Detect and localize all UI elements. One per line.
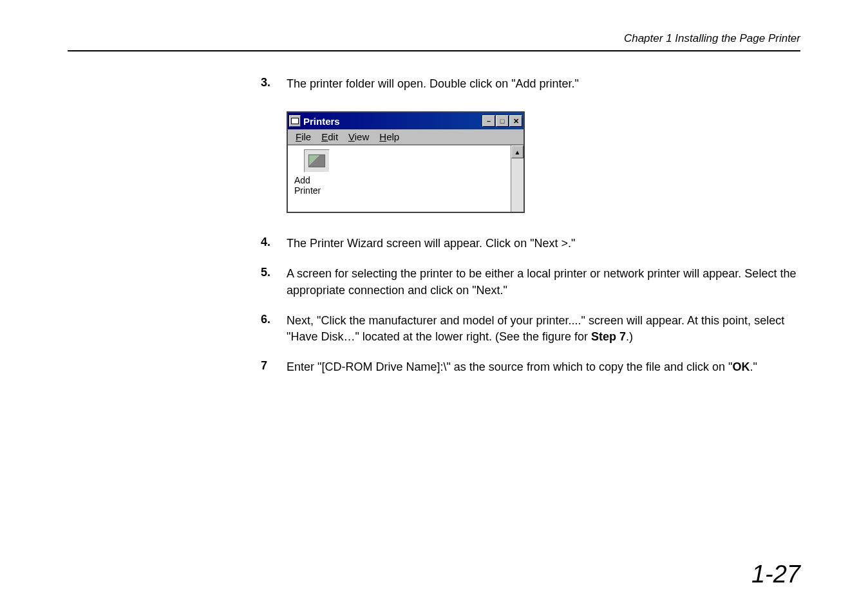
step-number: 4. xyxy=(261,236,287,249)
menu-view[interactable]: View xyxy=(343,130,374,144)
menu-file[interactable]: File xyxy=(290,130,316,144)
step-text: The Printer Wizard screen will appear. C… xyxy=(287,236,575,252)
add-printer-label: Add Printer xyxy=(294,175,339,196)
step-text: Next, "Click the manufacturer and model … xyxy=(287,313,800,345)
printers-window-figure: Printers – □ ✕ File Edit View Help xyxy=(287,111,800,213)
step-text: Enter "[CD-ROM Drive Name]:\" as the sou… xyxy=(287,359,757,375)
step-7: 7 Enter "[CD-ROM Drive Name]:\" as the s… xyxy=(261,359,800,375)
printer-icon xyxy=(304,149,330,172)
step-text: The printer folder will open. Double cli… xyxy=(287,76,579,92)
maximize-button[interactable]: □ xyxy=(496,115,509,127)
step-number: 6. xyxy=(261,313,287,326)
step-text: A screen for selecting the printer to be… xyxy=(287,266,800,298)
scrollbar[interactable]: ▲ xyxy=(511,145,524,212)
menubar: File Edit View Help xyxy=(288,129,524,145)
printers-folder-icon xyxy=(289,115,301,127)
step-number: 7 xyxy=(261,359,287,373)
scroll-track[interactable] xyxy=(511,158,524,212)
minimize-button[interactable]: – xyxy=(482,115,495,127)
step-6: 6. Next, "Click the manufacturer and mod… xyxy=(261,313,800,345)
header-divider xyxy=(68,50,800,51)
step-5: 5. A screen for selecting the printer to… xyxy=(261,266,800,298)
window-content: Add Printer ▲ xyxy=(288,145,524,212)
menu-edit[interactable]: Edit xyxy=(316,130,343,144)
add-printer-item[interactable]: Add Printer xyxy=(294,149,339,196)
window-title: Printers xyxy=(303,116,340,127)
chapter-header: Chapter 1 Installing the Page Printer xyxy=(68,32,800,45)
window-frame: Printers – □ ✕ File Edit View Help xyxy=(287,111,525,213)
step-number: 5. xyxy=(261,266,287,279)
titlebar: Printers – □ ✕ xyxy=(288,113,524,129)
page-number: 1-27 xyxy=(751,561,800,588)
close-button[interactable]: ✕ xyxy=(509,115,522,127)
menu-help[interactable]: Help xyxy=(374,130,404,144)
step-number: 3. xyxy=(261,76,287,89)
step-4: 4. The Printer Wizard screen will appear… xyxy=(261,236,800,252)
step-3: 3. The printer folder will open. Double … xyxy=(261,76,800,92)
scroll-up-button[interactable]: ▲ xyxy=(511,145,524,158)
